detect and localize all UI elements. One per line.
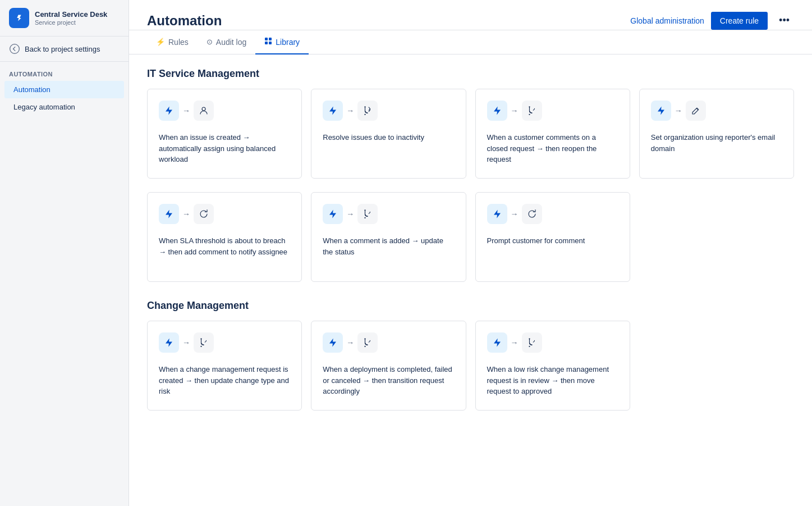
bolt-badge-6 [323, 204, 343, 224]
tab-audit-log[interactable]: ⊙ Audit log [198, 30, 255, 54]
branch-icon-3 [363, 209, 373, 219]
card-sla-label: When SLA threshold is about to breach → … [159, 235, 290, 257]
svg-point-8 [365, 114, 366, 115]
card-reopen-label: When a customer comments on a closed req… [487, 132, 618, 165]
svg-rect-5 [269, 42, 272, 44]
card-change-type-icons: → [159, 332, 290, 353]
tab-library[interactable]: Library [255, 30, 309, 54]
change-management-title: Change Management [147, 300, 794, 312]
bolt-icon-8 [164, 338, 174, 348]
audit-log-icon: ⊙ [207, 38, 213, 46]
it-service-management-title: IT Service Management [147, 68, 794, 80]
svg-point-12 [365, 217, 366, 218]
branch-icon-2 [527, 106, 537, 116]
bolt-icon-2 [328, 106, 338, 116]
card-change-type-label: When a change management request is crea… [159, 364, 290, 397]
card-deployment[interactable]: → When a deployment is completed, failed… [311, 321, 466, 411]
branch-badge-6 [522, 332, 542, 353]
svg-point-13 [200, 338, 201, 339]
tab-rules-label: Rules [168, 38, 189, 47]
arrow-icon-3: → [511, 106, 519, 115]
svg-rect-2 [265, 38, 268, 40]
card-comment-status-label: When a comment is added → update the sta… [323, 235, 454, 257]
refresh-icon-2 [527, 209, 537, 219]
change-management-row-1: → When a change management request is cr… [147, 321, 794, 411]
create-rule-button[interactable]: Create rule [711, 12, 768, 30]
branch-icon-5 [363, 338, 373, 348]
edit-badge [686, 101, 706, 121]
more-icon: ••• [779, 15, 790, 26]
refresh-badge-1 [194, 204, 214, 224]
more-options-button[interactable]: ••• [774, 11, 794, 30]
back-to-settings[interactable]: Back to project settings [0, 37, 129, 62]
bolt-badge-10 [487, 332, 507, 353]
itsm-row-2: → When SLA threshold is about to breach … [147, 192, 794, 282]
svg-point-18 [529, 346, 530, 347]
svg-point-17 [529, 338, 530, 339]
tabs-bar: ⚡ Rules ⊙ Audit log Library [129, 30, 812, 54]
card-resolve-label: Resolve issues due to inactivity [323, 132, 454, 143]
bolt-badge-8 [159, 332, 179, 353]
card-assign-label: When an issue is created → automatically… [159, 132, 290, 165]
branch-badge-5 [357, 332, 378, 353]
arrow-icon-6: → [346, 209, 354, 218]
person-icon [199, 106, 209, 116]
card-sla-icons: → [159, 204, 290, 224]
card-deployment-label: When a deployment is completed, failed o… [323, 364, 454, 397]
sidebar-section-label: AUTOMATION [0, 62, 129, 81]
branch-badge-1 [357, 101, 378, 121]
arrow-icon-7: → [511, 209, 519, 218]
card-org[interactable]: → Set organization using reporter's emai… [639, 89, 794, 179]
card-org-label: Set organization using reporter's email … [651, 132, 782, 154]
branch-badge-2 [522, 101, 542, 121]
back-label: Back to project settings [25, 45, 100, 53]
back-icon [9, 43, 20, 54]
bolt-badge-2 [323, 101, 343, 121]
branch-badge-4 [194, 332, 214, 353]
card-reopen[interactable]: → When a customer comments on a closed r… [475, 89, 630, 179]
card-assign-icons: → [159, 101, 290, 121]
tab-library-label: Library [276, 38, 300, 47]
bolt-badge-3 [487, 101, 507, 121]
card-low-risk-label: When a low risk change management reques… [487, 364, 618, 397]
bolt-badge-7 [487, 204, 507, 224]
branch-icon-6 [527, 338, 537, 348]
tab-rules[interactable]: ⚡ Rules [147, 30, 198, 54]
arrow-icon-10: → [511, 338, 519, 347]
svg-point-7 [365, 106, 366, 107]
sidebar-item-legacy-automation[interactable]: Legacy automation [4, 98, 124, 116]
sidebar: Central Service Desk Service project Bac… [0, 0, 129, 506]
bolt-icon-5 [164, 209, 174, 219]
card-comment-status[interactable]: → When a comment is added → update the s… [311, 192, 466, 282]
itsm-row-1: → When an issue is created → automatical… [147, 89, 794, 179]
arrow-icon-2: → [346, 106, 354, 115]
global-administration-link[interactable]: Global administration [630, 16, 704, 25]
card-sla[interactable]: → When SLA threshold is about to breach … [147, 192, 302, 282]
refresh-badge-2 [522, 204, 542, 224]
card-assign[interactable]: → When an issue is created → automatical… [147, 89, 302, 179]
card-prompt-icons: → [487, 204, 618, 224]
card-change-type[interactable]: → When a change management request is cr… [147, 321, 302, 411]
card-prompt-label: Prompt customer for comment [487, 235, 618, 247]
branch-icon-4 [199, 338, 209, 348]
card-deployment-icons: → [323, 332, 454, 353]
arrow-icon-8: → [182, 338, 190, 347]
bolt-icon-7 [492, 209, 502, 219]
branch-badge-3 [357, 204, 378, 224]
header-actions: Global administration Create rule ••• [630, 11, 794, 30]
page-title: Automation [147, 13, 222, 29]
sidebar-item-automation[interactable]: Automation [4, 81, 124, 98]
svg-point-15 [365, 338, 366, 339]
project-logo [9, 8, 29, 28]
bolt-icon-9 [328, 338, 338, 348]
card-prompt[interactable]: → Prompt customer for comment [475, 192, 630, 282]
svg-point-14 [200, 346, 201, 347]
card-low-risk[interactable]: → When a low risk change management requ… [475, 321, 630, 411]
card-reopen-icons: → [487, 101, 618, 121]
card-resolve[interactable]: → Resolve issues due to inactivity [311, 89, 466, 179]
page-header: Automation Global administration Create … [129, 0, 812, 30]
arrow-icon-4: → [675, 106, 682, 115]
edit-icon [691, 106, 701, 116]
bolt-icon-10 [492, 338, 502, 348]
library-content: IT Service Management → When an issue is… [129, 54, 812, 442]
